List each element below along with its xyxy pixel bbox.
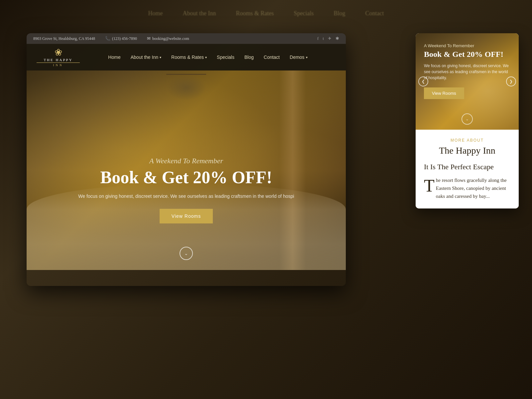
email-text: booking@website.com <box>152 36 189 41</box>
topbar: 8903 Grove St, Healdsburg, CA 95448 📞 (1… <box>27 33 346 44</box>
topbar-phone[interactable]: 📞 (123) 456-7890 <box>105 36 137 41</box>
card-about-body-text: he resort flows gracefully along the Eas… <box>436 178 507 199</box>
nav-blog[interactable]: Blog <box>244 55 254 60</box>
nav-rooms[interactable]: Rooms & Rates ▾ <box>171 55 207 60</box>
logo-line1: THE HAPPY <box>44 58 72 62</box>
nav-specials[interactable]: Specials <box>217 55 234 60</box>
site-header: ❀ THE HAPPY INN Home About the Inn ▾ Roo… <box>27 44 346 70</box>
hero-scroll-button[interactable]: ⌄ <box>180 247 193 260</box>
background-nav-hint: Home About the Inn Rooms & Rates Special… <box>0 10 532 17</box>
hero-title: Book & Get 20% OFF! <box>53 168 319 187</box>
card-about-section: MORE ABOUT The Happy Inn It Is The Perfe… <box>416 130 519 208</box>
hero-subtitle: A Weekend To Remember <box>53 157 319 165</box>
topbar-email[interactable]: ✉ booking@website.com <box>147 36 189 41</box>
nav-contact[interactable]: Contact <box>264 55 280 60</box>
nav-demos-arrow: ▾ <box>306 56 308 59</box>
card-more-about-label: MORE ABOUT <box>424 138 510 143</box>
logo[interactable]: ❀ THE HAPPY INN <box>37 48 80 67</box>
logo-icon: ❀ <box>55 48 62 57</box>
logo-line2: INN <box>37 63 80 67</box>
twitter-icon[interactable]: t <box>323 36 324 41</box>
address-text: 8903 Grove St, Healdsburg, CA 95448 <box>33 36 95 41</box>
card-slider-description: We focus on giving honest, discreet serv… <box>424 63 510 81</box>
phone-icon: 📞 <box>105 36 110 41</box>
slider-next-button[interactable]: ❯ <box>506 76 516 86</box>
tripadvisor-icon[interactable]: ✈ <box>328 36 332 41</box>
card-chevron-down-icon: ⌄ <box>466 117 469 122</box>
chevron-left-icon: ❮ <box>422 79 425 84</box>
topbar-address: 8903 Grove St, Healdsburg, CA 95448 <box>33 36 95 41</box>
card-about-body: T he resort flows gracefully along the E… <box>424 176 510 200</box>
card-about-title: The Happy Inn <box>424 145 510 156</box>
hero-cta-button[interactable]: View Rooms <box>160 209 213 223</box>
email-icon: ✉ <box>147 36 151 41</box>
hero-content: A Weekend To Remember Book & Get 20% OFF… <box>27 157 346 223</box>
nav-home[interactable]: Home <box>108 55 120 60</box>
card-about-heading: It Is The Perfect Escape <box>424 163 510 171</box>
hero-section: A Weekend To Remember Book & Get 20% OFF… <box>27 70 346 270</box>
card-slider-cta-button[interactable]: View Rooms <box>424 87 464 99</box>
social-icons: f t ✈ ✱ <box>317 36 339 41</box>
card-slider-content: A Weekend To Remember Book & Get 20% OFF… <box>416 33 519 106</box>
nav-about[interactable]: About the Inn ▾ <box>131 55 161 60</box>
slider-prev-button[interactable]: ❮ <box>418 76 428 86</box>
nav-demos[interactable]: Demos ▾ <box>290 55 307 60</box>
card-slider-title: Book & Get 20% OFF! <box>424 50 510 59</box>
chandelier-decoration <box>166 74 206 100</box>
drop-cap: T <box>424 179 435 193</box>
card-slider: ❮ ❯ A Weekend To Remember Book & Get 20%… <box>416 33 519 130</box>
yelp-icon[interactable]: ✱ <box>335 36 339 41</box>
card-slider-subtitle: A Weekend To Remember <box>424 43 510 48</box>
main-nav: Home About the Inn ▾ Rooms & Rates ▾ Spe… <box>80 55 336 60</box>
floating-card: ❮ ❯ A Weekend To Remember Book & Get 20%… <box>416 33 519 208</box>
chevron-right-icon: ❯ <box>509 79 513 84</box>
phone-text: (123) 456-7890 <box>112 36 137 41</box>
card-scroll-button[interactable]: ⌄ <box>462 113 473 125</box>
browser-window: 8903 Grove St, Healdsburg, CA 95448 📞 (1… <box>27 33 346 286</box>
nav-about-arrow: ▾ <box>160 56 161 59</box>
nav-rooms-arrow: ▾ <box>205 56 207 59</box>
hero-description: We focus on giving honest, discreet serv… <box>53 194 319 199</box>
chevron-down-icon: ⌄ <box>184 251 188 256</box>
facebook-icon[interactable]: f <box>317 36 319 41</box>
